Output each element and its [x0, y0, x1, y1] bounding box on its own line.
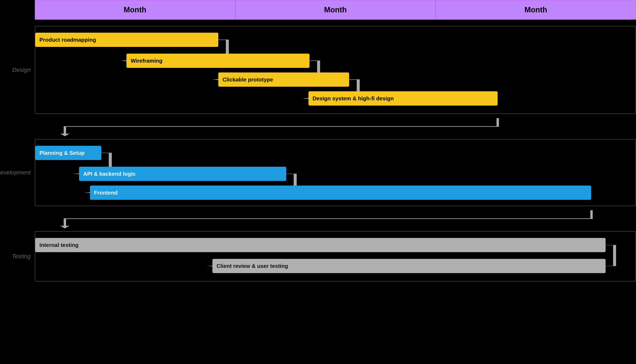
bar-frontend[interactable]: Frontend	[90, 186, 591, 200]
bar-internal-testing[interactable]: Internal testing	[35, 238, 606, 252]
bar-product-roadmapping[interactable]: Product roadmapping	[35, 33, 218, 47]
header-col-3: Month	[436, 0, 636, 20]
header-row: Month Month Month	[0, 0, 636, 20]
header-spacer	[0, 0, 35, 20]
phase-section-1: DevelopmentPlanning & SetupAPI & backend…	[0, 139, 636, 206]
phase-box-1: Planning & SetupAPI & backend logicFront…	[35, 139, 636, 206]
header-col-1: Month	[35, 0, 235, 20]
phase-section-0: DesignProduct roadmappingWireframingClic…	[0, 26, 636, 114]
bar-wireframing[interactable]: Wireframing	[126, 54, 310, 68]
inter-phase-connector-0	[35, 118, 636, 135]
phase-label-1: Development	[0, 139, 35, 206]
bar-client-review[interactable]: Client review & user testing	[213, 259, 606, 273]
inter-phase-connector-1	[35, 210, 636, 227]
phases-container: DesignProduct roadmappingWireframingClic…	[0, 20, 636, 288]
phase-label-2: Testing	[0, 231, 35, 282]
header-col-2: Month	[235, 0, 436, 20]
phase-label-0: Design	[0, 26, 35, 114]
bar-planning-setup[interactable]: Planning & Setup	[35, 146, 101, 160]
bar-clickable-prototype[interactable]: Clickable prototype	[218, 72, 349, 87]
bar-api-backend[interactable]: API & backend logic	[79, 167, 286, 181]
phase-box-2: Internal testingClient review & user tes…	[35, 231, 636, 282]
phase-box-0: Product roadmappingWireframingClickable …	[35, 26, 636, 114]
bar-design-system[interactable]: Design system & high-fi design	[308, 91, 498, 106]
phase-section-2: TestingInternal testingClient review & u…	[0, 231, 636, 282]
